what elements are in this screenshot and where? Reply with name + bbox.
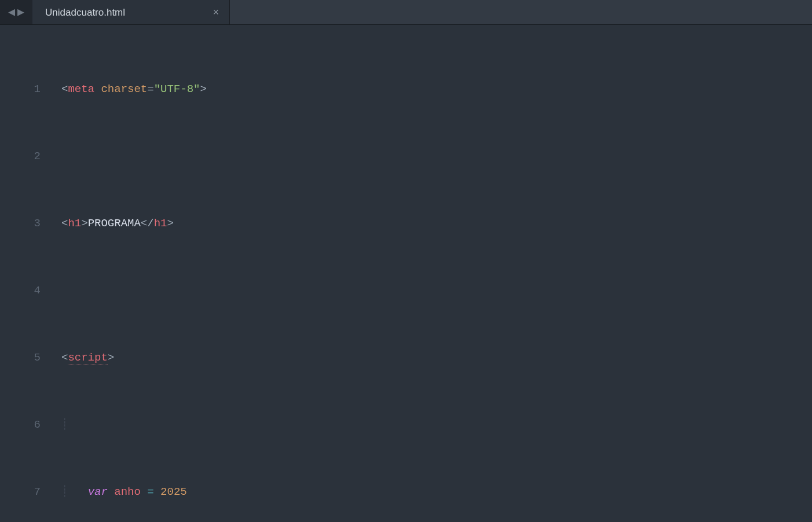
identifier: anho — [114, 486, 141, 498]
line-number: 6 — [5, 417, 51, 433]
attr: charset — [101, 83, 147, 95]
tag: h1 — [68, 217, 81, 230]
line-number: 5 — [5, 350, 51, 366]
line-number: 7 — [5, 484, 51, 501]
text: PROGRAMA — [88, 217, 141, 230]
code-line[interactable]: 6 ┊ — [5, 417, 812, 433]
number: 2025 — [160, 486, 187, 498]
nav-forward-icon[interactable]: ▶ — [17, 4, 24, 21]
code-line[interactable]: 5 <script> — [5, 350, 812, 366]
tab-active[interactable]: Unidadcuatro.html × — [32, 0, 230, 24]
punct: < — [61, 83, 68, 95]
code-line[interactable]: 4 — [5, 282, 812, 299]
tag: script — [68, 351, 107, 365]
code-line[interactable]: 3 <h1>PROGRAMA</h1> — [5, 215, 812, 232]
keyword: var — [88, 486, 108, 498]
line-number: 1 — [5, 81, 51, 98]
editor-app: ◀ ▶ Unidadcuatro.html × 1 <meta charset=… — [0, 0, 812, 522]
line-number: 3 — [5, 215, 51, 232]
code-line[interactable]: 2 — [5, 148, 812, 165]
tab-bar: ◀ ▶ Unidadcuatro.html × — [0, 0, 812, 25]
nav-back-icon[interactable]: ◀ — [8, 4, 15, 21]
nav-arrows: ◀ ▶ — [0, 0, 32, 24]
code-line[interactable]: 7 ┊ var anho = 2025 — [5, 484, 812, 501]
line-number: 2 — [5, 148, 51, 165]
tab-bar-empty — [230, 0, 812, 24]
code-line[interactable]: 1 <meta charset="UTF-8"> — [5, 81, 812, 98]
line-number: 4 — [5, 282, 51, 299]
code-area[interactable]: 1 <meta charset="UTF-8"> 2 3 <h1>PROGRAM… — [0, 31, 812, 522]
string: "UTF-8" — [154, 83, 200, 95]
tag: meta — [68, 83, 94, 95]
tab-title: Unidadcuatro.html — [45, 4, 125, 21]
code-editor[interactable]: 1 <meta charset="UTF-8"> 2 3 <h1>PROGRAM… — [0, 25, 812, 522]
close-icon[interactable]: × — [213, 4, 220, 21]
